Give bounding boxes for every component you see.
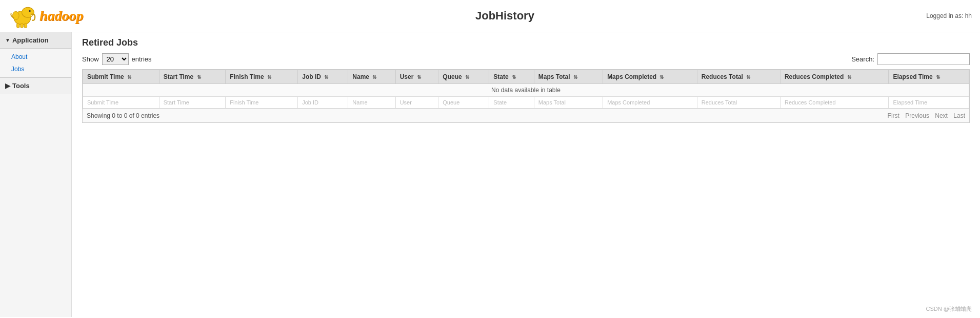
svg-point-4 <box>30 10 30 11</box>
col-name[interactable]: Name ⇅ <box>348 70 395 84</box>
empty-reduces-total: Reduces Total <box>697 97 780 109</box>
empty-name: Name <box>348 97 395 109</box>
sidebar-application-label: Application <box>12 36 49 44</box>
sort-reduces-completed-icon: ⇅ <box>847 74 851 80</box>
show-entries: Show 10 20 50 100 entries <box>82 53 152 65</box>
showing-text: Showing 0 to 0 of 0 entries <box>87 112 159 119</box>
show-label: Show <box>82 55 99 63</box>
empty-maps-completed: Maps Completed <box>603 97 697 109</box>
col-user[interactable]: User ⇅ <box>395 70 438 84</box>
pagination-next[interactable]: Next <box>935 112 948 119</box>
sort-maps-total-icon: ⇅ <box>573 74 577 80</box>
sidebar-application-header[interactable]: ▼ Application <box>0 32 71 49</box>
empty-queue: Queue <box>438 97 489 109</box>
svg-rect-6 <box>21 24 23 28</box>
tools-expand-arrow: ▶ <box>5 82 10 90</box>
topbar: hadoop JobHistory Logged in as: hh <box>0 0 980 32</box>
entries-select[interactable]: 10 20 50 100 <box>102 53 129 65</box>
sort-finish-time-icon: ⇅ <box>267 74 271 80</box>
sort-reduces-total-icon: ⇅ <box>746 74 750 80</box>
pagination-first[interactable]: First <box>888 112 899 119</box>
jobs-table: Submit Time ⇅ Start Time ⇅ Finish Time ⇅… <box>83 70 969 109</box>
application-collapse-arrow: ▼ <box>5 37 10 43</box>
search-area: Search: <box>851 53 970 65</box>
pagination-last[interactable]: Last <box>953 112 965 119</box>
col-elapsed-time[interactable]: Elapsed Time ⇅ <box>889 70 969 84</box>
sort-submit-time-icon: ⇅ <box>127 74 131 80</box>
sort-start-time-icon: ⇅ <box>197 74 201 80</box>
empty-elapsed-time: Elapsed Time <box>889 97 969 109</box>
sort-job-id-icon: ⇅ <box>324 74 328 80</box>
sidebar: ▼ Application About Jobs ▶ Tools <box>0 32 72 317</box>
table-header-row: Submit Time ⇅ Start Time ⇅ Finish Time ⇅… <box>83 70 969 84</box>
entries-label: entries <box>132 55 152 63</box>
empty-footer-row: Submit Time Start Time Finish Time Job I… <box>83 97 969 109</box>
svg-rect-5 <box>17 24 19 28</box>
col-reduces-completed[interactable]: Reduces Completed ⇅ <box>780 70 889 84</box>
col-job-id[interactable]: Job ID ⇅ <box>298 70 348 84</box>
logo-area: hadoop <box>8 3 84 29</box>
col-start-time[interactable]: Start Time ⇅ <box>159 70 226 84</box>
page-title: JobHistory <box>84 9 927 23</box>
sort-queue-icon: ⇅ <box>465 74 469 80</box>
search-label: Search: <box>851 55 874 63</box>
col-reduces-total[interactable]: Reduces Total ⇅ <box>697 70 780 84</box>
sidebar-link-jobs[interactable]: Jobs <box>8 63 71 75</box>
svg-point-2 <box>12 11 19 19</box>
sort-elapsed-time-icon: ⇅ <box>936 74 940 80</box>
hadoop-elephant-icon <box>8 3 36 29</box>
empty-start-time: Start Time <box>159 97 226 109</box>
sort-maps-completed-icon: ⇅ <box>659 74 664 80</box>
svg-point-3 <box>29 10 31 12</box>
sort-state-icon: ⇅ <box>512 74 516 80</box>
pagination-previous[interactable]: Previous <box>905 112 929 119</box>
empty-job-id: Job ID <box>298 97 348 109</box>
col-maps-completed[interactable]: Maps Completed ⇅ <box>603 70 697 84</box>
table-footer: Showing 0 to 0 of 0 entries First Previo… <box>83 109 969 122</box>
sidebar-tools-header[interactable]: ▶ Tools <box>0 77 71 94</box>
no-data-row: No data available in table <box>83 84 969 97</box>
sidebar-tools-label: Tools <box>12 82 30 90</box>
sort-user-icon: ⇅ <box>417 74 421 80</box>
search-input[interactable] <box>877 53 970 65</box>
controls-row: Show 10 20 50 100 entries Search: <box>82 53 970 65</box>
empty-state: State <box>489 97 534 109</box>
table-wrap: Submit Time ⇅ Start Time ⇅ Finish Time ⇅… <box>82 69 970 123</box>
empty-submit-time: Submit Time <box>83 97 159 109</box>
empty-maps-total: Maps Total <box>534 97 603 109</box>
empty-user: User <box>395 97 438 109</box>
col-queue[interactable]: Queue ⇅ <box>438 70 489 84</box>
col-state[interactable]: State ⇅ <box>489 70 534 84</box>
col-maps-total[interactable]: Maps Total ⇅ <box>534 70 603 84</box>
sidebar-application-links: About Jobs <box>0 49 71 77</box>
pagination: First Previous Next Last <box>884 112 965 119</box>
sidebar-link-about[interactable]: About <box>8 51 71 63</box>
logged-in-text: Logged in as: hh <box>926 12 972 19</box>
hadoop-logo-text: hadoop <box>39 8 84 24</box>
col-finish-time[interactable]: Finish Time ⇅ <box>226 70 298 84</box>
col-submit-time[interactable]: Submit Time ⇅ <box>83 70 159 84</box>
watermark: CSDN @张蛐蛐爬 <box>926 305 972 313</box>
main-content: Retired Jobs Show 10 20 50 100 entries S… <box>72 32 980 317</box>
svg-rect-7 <box>24 24 27 28</box>
no-data-message: No data available in table <box>83 84 969 97</box>
layout: ▼ Application About Jobs ▶ Tools Retired… <box>0 32 980 317</box>
empty-finish-time: Finish Time <box>226 97 298 109</box>
sort-name-icon: ⇅ <box>372 74 376 80</box>
empty-reduces-completed: Reduces Completed <box>780 97 889 109</box>
page-heading: Retired Jobs <box>82 37 970 48</box>
